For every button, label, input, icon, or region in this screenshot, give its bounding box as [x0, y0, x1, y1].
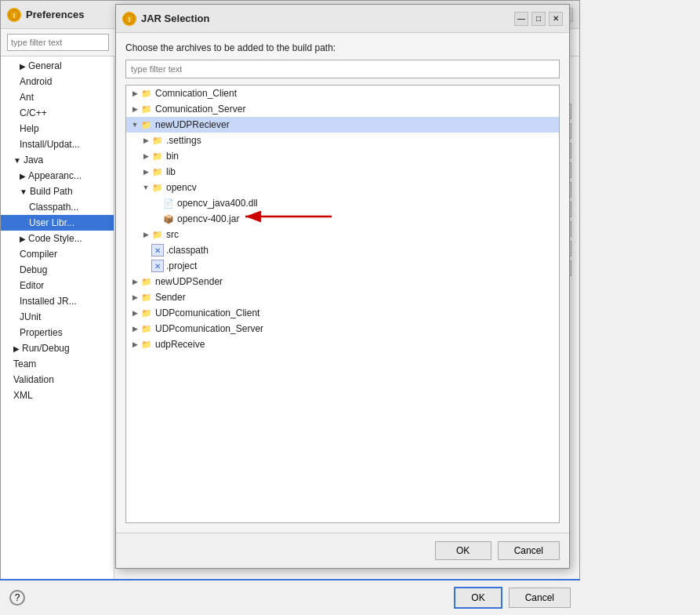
folder-icon: 📁: [140, 275, 153, 288]
tree-item-src[interactable]: ▶ 📁 src: [126, 227, 559, 242]
tree-item-comnication-client[interactable]: ▶ 📁 Comnication_Client: [126, 86, 559, 101]
xml-file2-icon: ✕: [151, 260, 164, 272]
sidebar-item-cpp[interactable]: C/C++: [1, 105, 114, 121]
sidebar-item-android[interactable]: Android: [1, 74, 114, 89]
jar-cancel-button[interactable]: Cancel: [498, 541, 560, 560]
tree-arrow: ▶: [129, 309, 140, 317]
tree-label: Comunication_Server: [155, 104, 245, 115]
preferences-icon: !: [7, 8, 21, 22]
svg-text:!: !: [129, 16, 131, 24]
sidebar-item-install[interactable]: Install/Updat...: [1, 136, 114, 152]
tree-arrow: [140, 246, 151, 254]
main-cancel-button[interactable]: Cancel: [509, 588, 571, 608]
sidebar-item-classpath[interactable]: Classpath...: [1, 199, 114, 215]
tree-item-bin[interactable]: ▶ 📁 bin: [126, 148, 559, 164]
tree-item-settings[interactable]: ▶ 📁 .settings: [126, 133, 559, 148]
tree-item-comunication-server[interactable]: ▶ 📁 Comunication_Server: [126, 101, 559, 117]
sidebar-item-editor[interactable]: Editor: [1, 278, 114, 293]
tree-arrow: ▶: [129, 105, 140, 113]
sidebar-item-debug[interactable]: Debug: [1, 262, 114, 278]
tree-label: newUDPSender: [155, 276, 223, 287]
tree-arrow: ▶: [140, 168, 151, 176]
tree-item-lib[interactable]: ▶ 📁 lib: [126, 164, 559, 180]
main-ok-button[interactable]: OK: [454, 587, 502, 609]
tree-label: opencv: [166, 182, 197, 193]
sidebar-item-xml[interactable]: XML: [1, 388, 114, 403]
tree-label: UDPcomunication_Server: [155, 323, 263, 334]
jar-tree[interactable]: ▶ 📁 Comnication_Client ▶ 📁 Comunication_…: [125, 85, 560, 523]
tree-arrow: ▼: [129, 121, 140, 129]
jar-maximize-btn[interactable]: □: [531, 12, 546, 26]
sidebar-item-validation[interactable]: Validation: [1, 372, 114, 388]
preferences-search-input[interactable]: [7, 34, 109, 51]
folder-icon: 📁: [151, 150, 164, 162]
tree-item-udpserver[interactable]: ▶ 📁 UDPcomunication_Server: [126, 321, 559, 337]
sidebar-item-ant[interactable]: Ant: [1, 89, 114, 105]
tree-label: opencv_java400.dll: [177, 198, 258, 209]
jar-titlebar: ! JAR Selection — □ ✕: [116, 5, 569, 33]
preferences-sidebar: ▶General Android Ant C/C++ Help Install/…: [1, 56, 114, 582]
folder-icon: 📁: [140, 338, 153, 351]
tree-label: udpReceive: [155, 339, 205, 350]
tree-label: Sender: [155, 292, 186, 303]
tree-label: newUDPReciever: [155, 119, 230, 130]
jar-body: Choose the archives to be added to the b…: [116, 33, 569, 533]
sidebar-item-java[interactable]: ▼Java: [1, 152, 114, 168]
jar-dialog-icon: !: [122, 12, 136, 26]
main-preferences-footer: ? OK Cancel: [0, 579, 580, 615]
jar-selection-dialog: ! JAR Selection — □ ✕ Choose the archive…: [115, 4, 570, 569]
sidebar-item-general[interactable]: ▶General: [1, 58, 114, 74]
sidebar-item-buildpath[interactable]: ▼Build Path: [1, 184, 114, 199]
sidebar-item-codestyle[interactable]: ▶Code Style...: [1, 231, 114, 246]
folder-icon: 📁: [140, 291, 153, 304]
sidebar-item-appearance[interactable]: ▶Appearanc...: [1, 168, 114, 184]
jar-search-input[interactable]: [125, 60, 560, 78]
folder-icon: 📁: [140, 322, 153, 335]
tree-label: src: [166, 229, 179, 240]
tree-item-udpreceive[interactable]: ▶ 📁 udpReceive: [126, 337, 559, 352]
sidebar-item-compiler[interactable]: Compiler: [1, 246, 114, 262]
tree-label: .classpath: [166, 245, 209, 256]
tree-item-classpath-file[interactable]: ✕ .classpath: [126, 242, 559, 258]
sidebar-item-userlib[interactable]: User Libr...: [1, 215, 114, 231]
folder-icon: 📁: [140, 118, 153, 131]
folder-icon: 📁: [151, 166, 164, 178]
xml-file-icon: ✕: [151, 244, 164, 257]
tree-arrow: ▼: [140, 184, 151, 191]
tree-label: bin: [166, 151, 179, 162]
tree-arrow: ▶: [129, 325, 140, 333]
tree-item-opencv[interactable]: ▼ 📁 opencv: [126, 180, 559, 195]
jar-prompt-text: Choose the archives to be added to the b…: [125, 42, 560, 53]
folder-icon: 📁: [151, 228, 164, 241]
help-button[interactable]: ?: [9, 590, 25, 606]
tree-item-newudpreceiver[interactable]: ▼ 📁 newUDPReciever: [126, 117, 559, 133]
sidebar-item-properties[interactable]: Properties: [1, 325, 114, 340]
tree-item-opencv-jar[interactable]: 📦 opencv-400.jar: [126, 211, 559, 227]
svg-text:!: !: [13, 12, 16, 20]
tree-item-newudpsender[interactable]: ▶ 📁 newUDPSender: [126, 274, 559, 289]
tree-arrow: ▶: [140, 152, 151, 160]
folder-icon: 📁: [151, 181, 164, 194]
jar-minimize-btn[interactable]: —: [514, 12, 528, 26]
tree-arrow: ▶: [129, 293, 140, 301]
tree-label: .settings: [166, 135, 201, 146]
jar-close-btn[interactable]: ✕: [549, 12, 563, 26]
tree-item-opencv-dll[interactable]: 📄 opencv_java400.dll: [126, 195, 559, 211]
tree-arrow: ▶: [129, 89, 140, 97]
sidebar-item-help[interactable]: Help: [1, 121, 114, 136]
sidebar-item-rundebug[interactable]: ▶Run/Debug: [1, 340, 114, 356]
jar-ok-button[interactable]: OK: [435, 541, 491, 560]
folder-icon: 📁: [140, 307, 153, 319]
tree-item-sender[interactable]: ▶ 📁 Sender: [126, 289, 559, 305]
jar-footer: OK Cancel: [116, 533, 569, 568]
file-jar-icon: 📦: [162, 213, 175, 225]
file-dll-icon: 📄: [162, 197, 175, 209]
sidebar-item-junit[interactable]: JUnit: [1, 309, 114, 325]
tree-arrow: ▶: [140, 136, 151, 144]
tree-item-project-file[interactable]: ✕ .project: [126, 258, 559, 274]
tree-arrow: [140, 262, 151, 270]
tree-arrow: [151, 215, 162, 223]
sidebar-item-installedjr[interactable]: Installed JR...: [1, 293, 114, 309]
sidebar-item-team[interactable]: Team: [1, 356, 114, 372]
tree-item-udpclient[interactable]: ▶ 📁 UDPcomunication_Client: [126, 305, 559, 321]
